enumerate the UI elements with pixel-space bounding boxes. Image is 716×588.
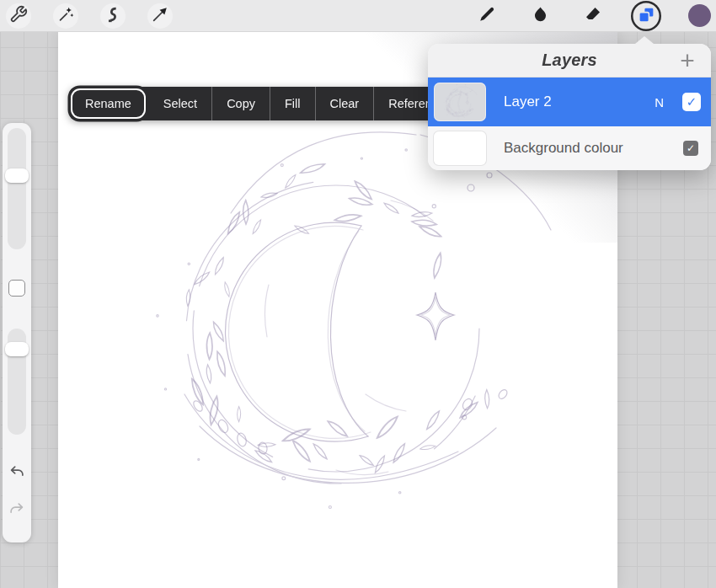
procreate-app: { "toolbar": { "left_tools": [ { "id": "… [0,0,716,588]
erase-button[interactable] [578,1,608,31]
panel-caret [635,36,654,44]
brush-icon [477,4,497,27]
magic-wand-icon [56,5,75,26]
background-visibility-checkbox[interactable]: ✓ [683,141,698,156]
layer-row-background[interactable]: Background colour ✓ [428,126,711,170]
left-tool-group [0,1,175,31]
layers-panel: Layers + Layer 2 N ✓ Background colour ✓ [428,44,711,170]
redo-button[interactable] [7,500,27,521]
color-button[interactable] [684,1,714,31]
transform-button[interactable] [145,1,175,31]
blend-mode-badge[interactable]: N [655,95,664,110]
smudge-button[interactable] [525,1,555,31]
background-thumbnail[interactable] [434,131,486,165]
layer-options-menu: Rename Select Copy Fill Clear Reference [69,87,459,120]
brush-size-slider[interactable] [8,128,26,249]
menu-item-copy[interactable]: Copy [211,87,270,120]
wrench-icon [9,5,28,26]
smudge-icon [530,4,550,27]
layer-2-thumbnail[interactable] [434,83,486,121]
undo-icon [8,463,26,484]
redo-icon [8,500,26,521]
checkmark-icon: ✓ [687,94,697,110]
modify-button[interactable] [8,280,25,297]
checkmark-icon: ✓ [687,142,695,154]
add-layer-button[interactable]: + [672,45,703,76]
menu-item-fill[interactable]: Fill [270,87,315,120]
menu-item-select[interactable]: Select [149,87,211,120]
undo-button[interactable] [7,463,27,484]
top-toolbar [0,0,716,32]
layer-name: Background colour [504,140,683,157]
brush-size-handle[interactable] [5,168,29,183]
layer-2-visibility-checkbox[interactable]: ✓ [682,93,701,111]
actions-button[interactable] [3,1,34,31]
layers-button[interactable] [631,1,661,31]
color-swatch-icon [688,4,711,27]
layer-name: Layer 2 [504,94,655,110]
selection-s-icon [104,5,122,26]
adjustments-button[interactable] [51,1,81,31]
eraser-icon [583,4,603,27]
menu-item-clear[interactable]: Clear [315,87,374,120]
selection-button[interactable] [98,1,128,31]
layers-icon [637,5,656,27]
layers-panel-title: Layers [542,51,597,70]
layer-row-layer-2[interactable]: Layer 2 N ✓ [428,78,711,126]
right-tool-group [472,1,716,31]
transform-arrow-icon [151,5,169,26]
paint-button[interactable] [472,1,502,31]
menu-item-rename[interactable]: Rename [72,90,144,117]
brush-opacity-handle[interactable] [5,342,29,356]
layers-panel-header: Layers + [428,44,711,78]
brush-sidebar [3,123,31,543]
